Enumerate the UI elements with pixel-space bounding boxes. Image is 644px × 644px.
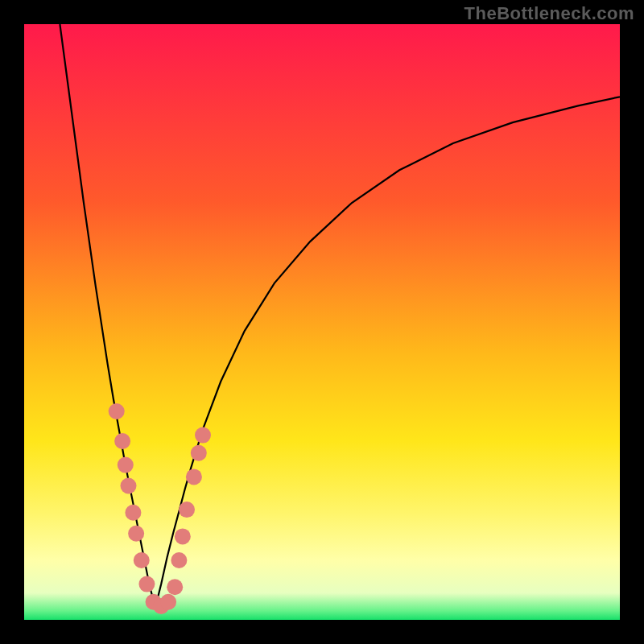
data-dot — [186, 469, 202, 485]
watermark-text: TheBottleneck.com — [464, 3, 634, 24]
background-gradient — [24, 24, 620, 620]
data-dot — [195, 427, 211, 444]
data-dot — [114, 433, 130, 449]
data-dot — [128, 526, 144, 542]
data-dot — [191, 445, 207, 461]
data-dot — [125, 505, 141, 521]
data-dot — [109, 403, 125, 419]
data-dot — [175, 528, 191, 544]
data-dot — [138, 576, 155, 592]
chart-frame: TheBottleneck.com — [0, 0, 644, 644]
data-dot — [167, 579, 183, 595]
data-dot — [179, 502, 195, 518]
data-dot — [134, 552, 150, 568]
data-dot — [171, 552, 187, 568]
data-dot — [118, 457, 134, 473]
chart-svg — [24, 24, 620, 620]
data-dot — [160, 594, 176, 610]
data-dot — [121, 478, 137, 494]
plot-area — [24, 24, 620, 620]
